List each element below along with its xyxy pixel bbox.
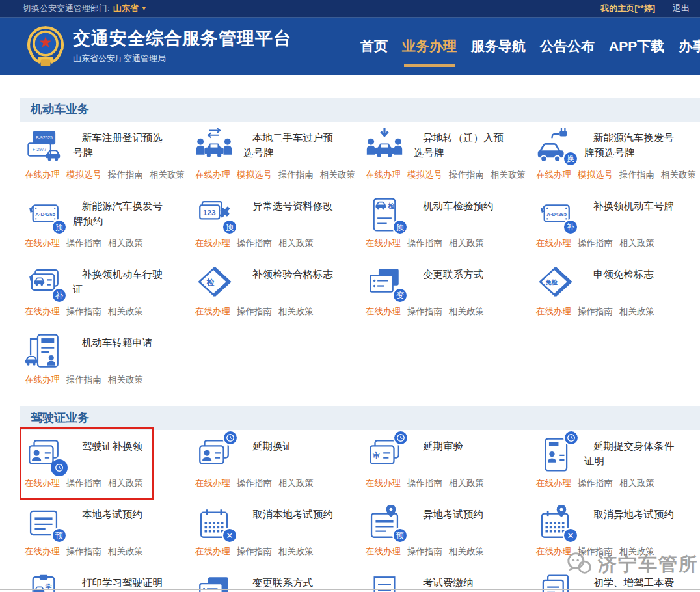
link-operation-guide[interactable]: 操作指南 [66, 374, 101, 386]
service-item[interactable]: 异地转（迁）入预选号牌 在线办理模拟选号操作指南相关政策 [366, 128, 536, 196]
page-subtitle: 山东省公安厅交通管理局 [73, 53, 291, 64]
link-related-policy[interactable]: 相关政策 [108, 478, 143, 489]
link-operation-guide[interactable]: 操作指南 [237, 237, 272, 249]
link-related-policy[interactable]: 相关政策 [619, 306, 654, 317]
nav-business[interactable]: 业务办理 [402, 37, 457, 55]
my-home-link[interactable]: 我的主页[**婷] [600, 3, 655, 14]
link-related-policy[interactable]: 相关政策 [619, 237, 654, 249]
link-operation-guide[interactable]: 操作指南 [237, 546, 272, 558]
region-selector[interactable]: 山东省 [113, 3, 139, 14]
service-item[interactable]: 延期提交身体条件证明 在线办理操作指南相关政策 [536, 436, 700, 504]
link-online-handle[interactable]: 在线办理 [366, 169, 401, 181]
link-related-policy[interactable]: 相关政策 [278, 478, 314, 489]
service-item[interactable]: 检预 机动车检验预约 在线办理操作指南相关政策 [366, 196, 536, 264]
link-operation-guide[interactable]: 操作指南 [578, 237, 613, 249]
link-online-handle[interactable]: 在线办理 [195, 237, 230, 249]
service-item[interactable]: B-92525F-2977 新车注册登记预选号牌 在线办理模拟选号操作指南相关政… [25, 128, 195, 196]
link-online-handle[interactable]: 在线办理 [536, 546, 571, 558]
service-item[interactable]: A·D4265预 新能源汽车换发号牌预约 在线办理操作指南相关政策 [25, 196, 195, 264]
service-item[interactable]: 预 异地考试预约 在线办理操作指南相关政策 [366, 504, 536, 572]
link-related-policy[interactable]: 相关政策 [491, 169, 526, 181]
link-online-handle[interactable]: 在线办理 [25, 237, 60, 249]
link-online-handle[interactable]: 在线办理 [25, 546, 60, 558]
clock-badge-icon [222, 430, 238, 446]
link-operation-guide[interactable]: 操作指南 [619, 169, 654, 181]
link-online-handle[interactable]: 在线办理 [366, 478, 401, 489]
nav-home[interactable]: 首页 [360, 37, 388, 55]
link-related-policy[interactable]: 相关政策 [150, 169, 185, 181]
link-operation-guide[interactable]: 操作指南 [578, 306, 613, 317]
link-related-policy[interactable]: 相关政策 [449, 237, 484, 249]
link-operation-guide[interactable]: 操作指南 [66, 306, 101, 317]
link-related-policy[interactable]: 相关政策 [278, 546, 314, 558]
link-operation-guide[interactable]: 操作指南 [578, 478, 613, 489]
nav-announcements[interactable]: 公告公布 [540, 37, 595, 55]
link-operation-guide[interactable]: 操作指南 [66, 478, 101, 489]
link-related-policy[interactable]: 相关政策 [278, 237, 314, 249]
chevron-down-icon[interactable]: ▼ [141, 5, 147, 12]
link-related-policy[interactable]: 相关政策 [108, 237, 143, 249]
link-online-handle[interactable]: 在线办理 [366, 546, 401, 558]
logout-link[interactable]: 退出 [673, 3, 690, 14]
link-online-handle[interactable]: 在线办理 [195, 306, 230, 317]
link-online-handle[interactable]: 在线办理 [536, 478, 571, 489]
link-related-policy[interactable]: 相关政策 [449, 546, 484, 558]
link-simulate-selection[interactable]: 模拟选号 [407, 169, 442, 181]
link-simulate-selection[interactable]: 模拟选号 [578, 169, 613, 181]
service-item[interactable]: A·D4265补 补换领机动车号牌 在线办理操作指南相关政策 [536, 196, 700, 264]
service-item[interactable]: 变 变更联系方式 在线办理操作指南相关政策 [366, 264, 536, 332]
link-related-policy[interactable]: 相关政策 [661, 169, 696, 181]
link-operation-guide[interactable]: 操作指南 [407, 478, 442, 489]
link-operation-guide[interactable]: 操作指南 [237, 478, 272, 489]
link-operation-guide[interactable]: 操作指南 [407, 237, 442, 249]
link-simulate-selection[interactable]: 模拟选号 [66, 169, 101, 181]
service-item[interactable]: 预 本地考试预约 在线办理操作指南相关政策 [25, 504, 195, 572]
link-related-policy[interactable]: 相关政策 [108, 374, 143, 386]
link-online-handle[interactable]: 在线办理 [536, 306, 571, 317]
service-item[interactable]: ✕ 取消本地考试预约 在线办理操作指南相关政策 [195, 504, 366, 572]
service-item[interactable]: 驾驶证补换领 在线办理操作指南相关政策 [25, 436, 195, 504]
link-online-handle[interactable]: 在线办理 [195, 169, 230, 181]
service-item[interactable]: 审 延期审验 在线办理操作指南相关政策 [366, 436, 536, 504]
link-operation-guide[interactable]: 操作指南 [578, 546, 613, 558]
service-item[interactable]: 检 补领检验合格标志 在线办理操作指南相关政策 [195, 264, 366, 332]
link-simulate-selection[interactable]: 模拟选号 [237, 169, 272, 181]
link-online-handle[interactable]: 在线办理 [195, 546, 230, 558]
link-operation-guide[interactable]: 操作指南 [449, 169, 484, 181]
link-online-handle[interactable]: 在线办理 [25, 478, 60, 489]
link-online-handle[interactable]: 在线办理 [25, 306, 60, 317]
link-related-policy[interactable]: 相关政策 [619, 478, 654, 489]
link-related-policy[interactable]: 相关政策 [108, 546, 143, 558]
link-online-handle[interactable]: 在线办理 [536, 169, 571, 181]
link-operation-guide[interactable]: 操作指南 [237, 306, 272, 317]
nav-service-nav[interactable]: 服务导航 [471, 37, 526, 55]
service-item[interactable]: ✕ 取消异地考试预约 在线办理操作指南相关政策 [536, 504, 700, 572]
link-operation-guide[interactable]: 操作指南 [66, 546, 101, 558]
service-item[interactable]: 换 新能源汽车换发号牌预选号牌 在线办理模拟选号操作指南相关政策 [536, 128, 700, 196]
link-related-policy[interactable]: 相关政策 [619, 546, 654, 558]
link-operation-guide[interactable]: 操作指南 [66, 237, 101, 249]
service-item[interactable]: 123预 异常选号资料修改 在线办理操作指南相关政策 [195, 196, 366, 264]
link-related-policy[interactable]: 相关政策 [449, 478, 484, 489]
link-related-policy[interactable]: 相关政策 [108, 306, 143, 317]
link-online-handle[interactable]: 在线办理 [366, 237, 401, 249]
nav-guide[interactable]: 办事指南 [679, 37, 700, 55]
link-related-policy[interactable]: 相关政策 [449, 306, 484, 317]
service-item[interactable]: 延期换证 在线办理操作指南相关政策 [195, 436, 366, 504]
service-item[interactable]: 本地二手车过户预选号牌 在线办理模拟选号操作指南相关政策 [195, 128, 366, 196]
service-item[interactable]: 免检 申领免检标志 在线办理操作指南相关政策 [536, 264, 700, 332]
nav-app-download[interactable]: APP下载 [609, 37, 664, 55]
link-online-handle[interactable]: 在线办理 [536, 237, 571, 249]
link-operation-guide[interactable]: 操作指南 [407, 546, 442, 558]
link-related-policy[interactable]: 相关政策 [278, 306, 314, 317]
link-operation-guide[interactable]: 操作指南 [407, 306, 442, 317]
link-online-handle[interactable]: 在线办理 [25, 169, 60, 181]
link-operation-guide[interactable]: 操作指南 [108, 169, 143, 181]
service-item[interactable]: 机动车转籍申请 在线办理操作指南相关政策 [25, 332, 195, 401]
service-item[interactable]: 补 补换领机动车行驶证 在线办理操作指南相关政策 [25, 264, 195, 332]
link-operation-guide[interactable]: 操作指南 [278, 169, 314, 181]
link-online-handle[interactable]: 在线办理 [366, 306, 401, 317]
link-online-handle[interactable]: 在线办理 [25, 374, 60, 386]
link-related-policy[interactable]: 相关政策 [320, 169, 355, 181]
link-online-handle[interactable]: 在线办理 [195, 478, 230, 489]
